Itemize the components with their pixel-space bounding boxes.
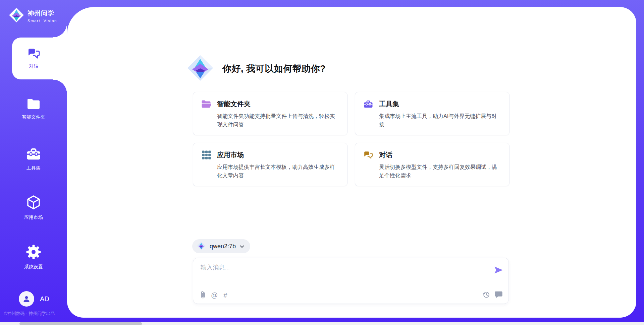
mention-icon: @ (211, 291, 218, 299)
composer-toolbar: @ # (201, 289, 502, 302)
user-name: AD (40, 295, 49, 303)
card-toolset[interactable]: 工具集 集成市场上主流工具，助力AI与外界无缝扩展与对接 (355, 92, 509, 135)
card-description: 应用市场提供丰富长文本模板，助力高效生成多样化文章内容 (217, 163, 339, 180)
greeting-diamond-logo-icon (187, 55, 214, 83)
chat-bubbles-icon (28, 48, 40, 60)
hashtag-button[interactable]: # (223, 291, 227, 299)
sidebar: 神州问学 Smart Vision 对话 智能文件夹 (0, 0, 67, 325)
history-icon (482, 291, 490, 300)
brand-name: 神州问学 (28, 9, 57, 18)
toolbox-icon (26, 147, 41, 162)
sidebar-item-smart-folder[interactable]: 智能文件夹 (0, 98, 67, 120)
chat-bubbles-icon (363, 151, 373, 159)
model-diamond-logo-icon (197, 242, 206, 251)
card-title: 工具集 (379, 100, 399, 109)
send-icon (494, 270, 503, 275)
sidebar-item-app-market[interactable]: 应用市场 (0, 195, 67, 220)
sidebar-item-label: 应用市场 (24, 214, 43, 220)
card-title: 对话 (379, 150, 392, 159)
horizontal-scrollbar[interactable] (0, 322, 644, 325)
sidebar-item-label: 工具集 (26, 165, 41, 171)
avatar (19, 291, 34, 307)
folder-open-icon (201, 100, 211, 108)
brand: 神州问学 Smart Vision (9, 7, 57, 24)
card-title: 应用市场 (217, 150, 244, 159)
brand-subtitle: Smart Vision (28, 19, 57, 23)
card-description: 集成市场上主流工具，助力AI与外界无缝扩展与对接 (379, 112, 501, 129)
chevron-down-icon (240, 244, 244, 249)
sidebar-item-chat[interactable]: 对话 (12, 38, 67, 79)
user-profile[interactable]: AD (19, 291, 49, 307)
grid-icon (201, 150, 211, 159)
feature-cards: 智能文件夹 智能文件夹功能支持批量文件上传与清洗，轻松实现文件问答 工具集 集成… (193, 92, 509, 186)
card-app-market[interactable]: 应用市场 应用市场提供丰富长文本模板，助力高效生成多样化文章内容 (193, 143, 347, 186)
mention-button[interactable]: @ (211, 291, 218, 299)
greeting: 你好, 我可以如何帮助你? (187, 55, 326, 83)
attach-file-button[interactable] (201, 291, 205, 300)
card-description: 智能文件夹功能支持批量文件上传与清洗，轻松实现文件问答 (217, 112, 339, 129)
card-chat[interactable]: 对话 灵活切换多模型文件，支持多样回复效果调试，满足个性化需求 (355, 143, 509, 186)
sidebar-item-settings[interactable]: 系统设置 (0, 244, 67, 270)
model-selector[interactable]: qwen2:7b (192, 239, 250, 253)
composer-divider (193, 284, 508, 284)
sidebar-item-toolset[interactable]: 工具集 (0, 147, 67, 171)
send-button[interactable] (494, 266, 503, 275)
sidebar-item-label: 对话 (29, 63, 39, 69)
brand-diamond-logo-icon (9, 7, 24, 24)
sidebar-item-label: 智能文件夹 (22, 114, 45, 120)
paperclip-icon (201, 291, 205, 300)
greeting-text: 你好, 我可以如何帮助你? (222, 63, 326, 75)
tab-concave-top (53, 23, 67, 38)
sidebar-item-label: 系统设置 (24, 264, 43, 270)
card-smart-folder[interactable]: 智能文件夹 智能文件夹功能支持批量文件上传与清洗，轻松实现文件问答 (193, 92, 347, 135)
sidebar-footer: ©神州数码 · 神州问学出品 (4, 311, 55, 317)
gear-icon (26, 244, 41, 261)
message-input[interactable] (201, 263, 482, 282)
history-button[interactable] (482, 291, 490, 300)
comment-button[interactable] (495, 291, 502, 299)
scrollbar-thumb[interactable] (19, 322, 142, 325)
model-name: qwen2:7b (210, 243, 236, 250)
composer: @ # (193, 258, 509, 304)
card-description: 灵活切换多模型文件，支持多样回复效果调试，满足个性化需求 (379, 163, 501, 180)
tab-concave-bottom (53, 79, 67, 93)
card-title: 智能文件夹 (217, 100, 251, 109)
cube-icon (26, 195, 41, 211)
hashtag-icon: # (223, 291, 227, 299)
toolbox-icon (363, 100, 373, 109)
folder-icon (26, 98, 41, 111)
comment-icon (495, 291, 502, 299)
